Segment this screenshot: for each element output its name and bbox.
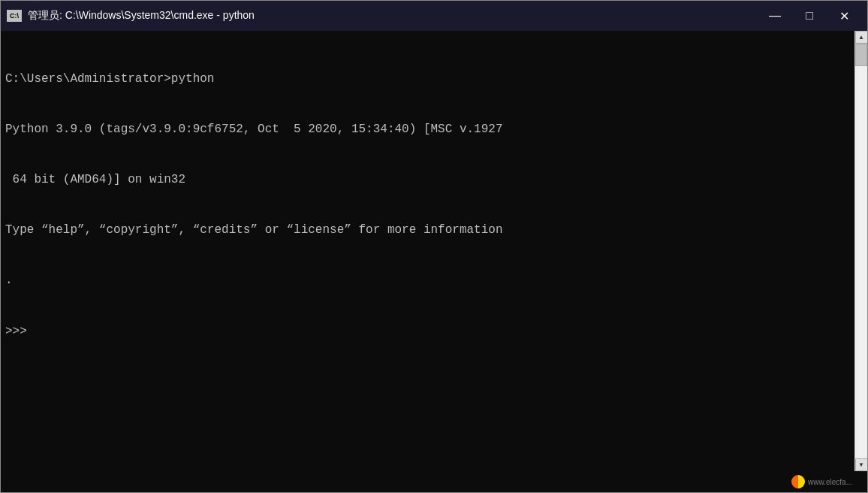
window-controls: — □ ✕ <box>758 1 861 31</box>
watermark-icon <box>791 475 805 488</box>
terminal-output[interactable]: C:\Users\Administrator>python Python 3.9… <box>1 31 854 471</box>
terminal-prompt: >>> <box>5 323 850 340</box>
watermark-text: www.elecfa... <box>808 478 852 486</box>
minimize-button[interactable]: — <box>758 1 792 31</box>
title-bar: C:\ 管理员: C:\Windows\System32\cmd.exe - p… <box>1 1 867 31</box>
watermark: www.elecfa... <box>791 475 852 488</box>
scrollbar-thumb[interactable] <box>855 44 867 66</box>
terminal-line-3: 64 bit (AMD64)] on win32 <box>5 171 850 188</box>
scrollbar-track[interactable] <box>855 44 867 458</box>
scrollbar[interactable]: ▲ ▼ <box>854 31 867 471</box>
window-content: C:\Users\Administrator>python Python 3.9… <box>1 31 867 471</box>
bottom-bar: www.elecfa... <box>1 471 867 492</box>
cmd-window: C:\ 管理员: C:\Windows\System32\cmd.exe - p… <box>0 0 868 493</box>
maximize-button[interactable]: □ <box>792 1 827 31</box>
terminal-line-2: Python 3.9.0 (tags/v3.9.0:9cf6752, Oct 5… <box>5 121 850 138</box>
window-title: 管理员: C:\Windows\System32\cmd.exe - pytho… <box>28 9 758 23</box>
terminal-line-1: C:\Users\Administrator>python <box>5 71 850 87</box>
scroll-up-arrow[interactable]: ▲ <box>855 31 868 44</box>
window-icon: C:\ <box>7 10 22 22</box>
close-button[interactable]: ✕ <box>827 1 861 31</box>
scroll-down-arrow[interactable]: ▼ <box>855 458 868 471</box>
terminal-line-4: Type “help”, “copyright”, “credits” or “… <box>5 222 850 238</box>
terminal-line-5: . <box>5 272 850 289</box>
